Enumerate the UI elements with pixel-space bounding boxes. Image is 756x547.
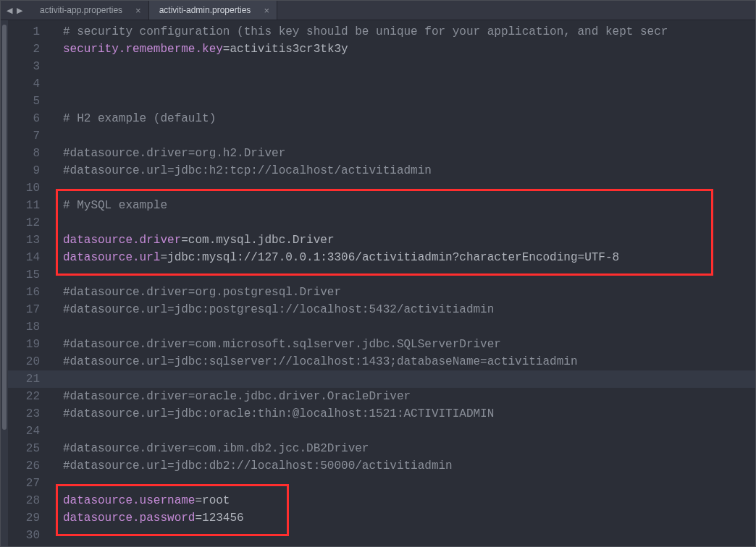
line-number-gutter: 1234567891011121314151617181920212223242… — [8, 20, 50, 546]
equals-sign: = — [195, 494, 202, 507]
comment-text: # H2 example (default) — [63, 112, 216, 125]
code-line[interactable] — [50, 266, 755, 284]
code-line[interactable]: #datasource.driver=oracle.jdbc.driver.Or… — [50, 388, 755, 405]
property-key: datasource.password — [63, 512, 195, 525]
comment-text: #datasource.url=jdbc:db2://localhost:500… — [63, 459, 453, 472]
line-number: 22 — [8, 388, 50, 405]
property-value: com.mysql.jdbc.Driver — [188, 234, 335, 247]
equals-sign: = — [181, 234, 188, 247]
code-line[interactable]: #datasource.url=jdbc:oracle:thin:@localh… — [50, 405, 755, 423]
comment-text: # security configuration (this key shoul… — [63, 25, 668, 38]
comment-text: #datasource.url=jdbc:postgresql://localh… — [63, 303, 494, 316]
comment-text: #datasource.url=jdbc:h2:tcp://localhost/… — [63, 164, 432, 177]
code-line[interactable]: # security configuration (this key shoul… — [50, 23, 755, 41]
tab-prev-arrow-icon[interactable]: ◀ — [7, 6, 12, 15]
line-number: 27 — [8, 475, 50, 492]
code-line[interactable]: #datasource.url=jdbc:sqlserver://localho… — [50, 353, 755, 370]
code-line[interactable]: #datasource.driver=org.h2.Driver — [50, 145, 755, 162]
code-line[interactable] — [50, 318, 755, 336]
comment-text: #datasource.driver=oracle.jdbc.driver.Or… — [63, 390, 411, 403]
close-icon[interactable]: × — [135, 6, 141, 15]
line-number: 18 — [8, 318, 50, 336]
line-number: 25 — [8, 440, 50, 457]
code-line[interactable]: # MySQL example — [50, 197, 755, 214]
code-line[interactable] — [50, 527, 755, 544]
comment-text: #datasource.url=jdbc:sqlserver://localho… — [63, 355, 578, 368]
equals-sign: = — [160, 251, 167, 264]
editor-area[interactable]: 1234567891011121314151617181920212223242… — [1, 20, 755, 546]
tab-label: activiti-admin.properties — [159, 5, 251, 15]
line-number: 15 — [8, 266, 50, 284]
code-line[interactable]: #datasource.driver=com.microsoft.sqlserv… — [50, 336, 755, 353]
code-line[interactable] — [50, 58, 755, 75]
code-line[interactable]: #datasource.url=jdbc:db2://localhost:500… — [50, 457, 755, 475]
tab-activiti-app-properties[interactable]: activiti-app.properties× — [30, 1, 149, 20]
line-number: 4 — [8, 75, 50, 93]
code-line[interactable]: #datasource.url=jdbc:h2:tcp://localhost/… — [50, 162, 755, 179]
line-number: 11 — [8, 197, 50, 214]
line-number: 6 — [8, 110, 50, 127]
line-number: 13 — [8, 232, 50, 249]
property-key: datasource.username — [63, 494, 195, 507]
code-line[interactable]: datasource.password=123456 — [50, 509, 755, 527]
comment-text: # MySQL example — [63, 199, 167, 212]
line-number: 30 — [8, 527, 50, 544]
line-number: 29 — [8, 509, 50, 527]
code-line[interactable] — [50, 93, 755, 110]
tab-activiti-admin-properties[interactable]: activiti-admin.properties× — [149, 1, 277, 20]
tab-nav-arrows: ◀ ▶ — [1, 1, 30, 20]
line-number: 10 — [8, 179, 50, 197]
code-line[interactable] — [50, 475, 755, 492]
code-line[interactable] — [50, 127, 755, 145]
code-line[interactable] — [50, 370, 755, 388]
comment-text: #datasource.driver=com.microsoft.sqlserv… — [63, 338, 501, 351]
comment-text: #datasource.driver=org.h2.Driver — [63, 147, 285, 160]
close-icon[interactable]: × — [264, 6, 269, 15]
line-number: 23 — [8, 405, 50, 423]
comment-text: #datasource.driver=org.postgresql.Driver — [63, 286, 341, 299]
code-line[interactable]: datasource.driver=com.mysql.jdbc.Driver — [50, 232, 755, 249]
code-line[interactable]: datasource.username=root — [50, 492, 755, 509]
code-line[interactable] — [50, 423, 755, 440]
property-value: 123456 — [202, 512, 244, 525]
line-number: 8 — [8, 145, 50, 162]
code-line[interactable] — [50, 214, 755, 232]
line-number: 7 — [8, 127, 50, 145]
code-line[interactable] — [50, 75, 755, 93]
line-number: 17 — [8, 301, 50, 318]
line-number: 21 — [8, 370, 50, 388]
property-key: security.rememberme.key — [63, 43, 223, 56]
line-number: 3 — [8, 58, 50, 75]
code-line[interactable]: # H2 example (default) — [50, 110, 755, 127]
comment-text: #datasource.driver=com.ibm.db2.jcc.DB2Dr… — [63, 442, 369, 455]
property-value: root — [202, 494, 230, 507]
line-number: 5 — [8, 93, 50, 110]
code-line[interactable]: #datasource.driver=com.ibm.db2.jcc.DB2Dr… — [50, 440, 755, 457]
line-number: 26 — [8, 457, 50, 475]
code-line[interactable] — [50, 179, 755, 197]
property-value: jdbc:mysql://127.0.0.1:3306/activitiadmi… — [167, 251, 619, 264]
code-line[interactable]: #datasource.url=jdbc:postgresql://localh… — [50, 301, 755, 318]
editor-window: ◀ ▶ activiti-app.properties×activiti-adm… — [0, 0, 756, 547]
tab-bar: ◀ ▶ activiti-app.properties×activiti-adm… — [1, 1, 755, 20]
line-number: 1 — [8, 23, 50, 41]
code-line[interactable]: datasource.url=jdbc:mysql://127.0.0.1:33… — [50, 249, 755, 266]
tab-label: activiti-app.properties — [40, 5, 122, 15]
line-number: 16 — [8, 284, 50, 301]
line-number: 9 — [8, 162, 50, 179]
line-number: 2 — [8, 41, 50, 58]
editor-scrollbar-thumb[interactable] — [2, 25, 7, 430]
code-line[interactable]: #datasource.driver=org.postgresql.Driver — [50, 284, 755, 301]
line-number: 24 — [8, 423, 50, 440]
property-key: datasource.url — [63, 251, 160, 264]
property-key: datasource.driver — [63, 234, 181, 247]
editor-scrollbar-track[interactable] — [1, 20, 8, 546]
line-number: 14 — [8, 249, 50, 266]
code-line[interactable]: security.rememberme.key=activitis3cr3tk3… — [50, 41, 755, 58]
code-content[interactable]: # security configuration (this key shoul… — [50, 20, 755, 546]
line-number: 28 — [8, 492, 50, 509]
line-number: 19 — [8, 336, 50, 353]
tab-next-arrow-icon[interactable]: ▶ — [17, 6, 22, 15]
property-value: activitis3cr3tk3y — [230, 43, 348, 56]
comment-text: #datasource.url=jdbc:oracle:thin:@localh… — [63, 407, 494, 420]
